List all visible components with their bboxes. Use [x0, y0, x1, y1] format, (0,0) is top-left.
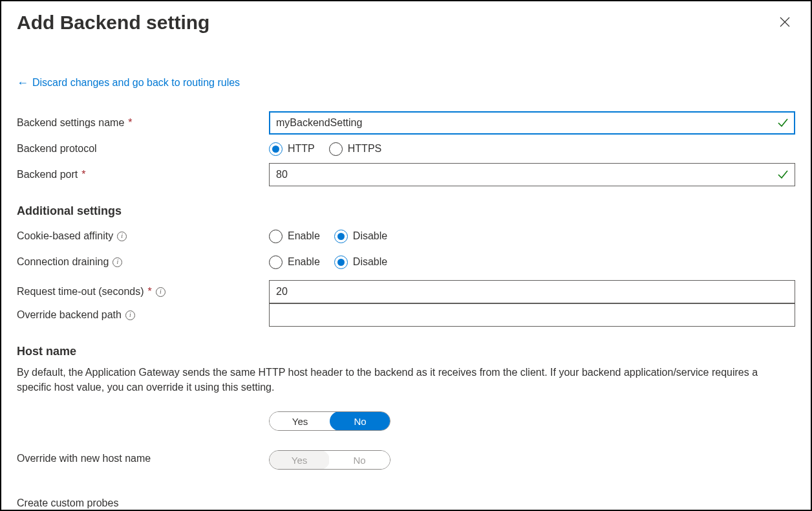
cookie-affinity-disable-radio[interactable]: Disable — [334, 230, 387, 243]
close-icon — [780, 17, 790, 27]
add-backend-setting-panel: Add Backend setting ← Discard changes an… — [0, 0, 812, 511]
cookie-affinity-label: Cookie-based affinity — [17, 230, 113, 242]
settings-name-label: Backend settings name — [17, 117, 124, 129]
override-new-hostname-toggle: Yes No — [269, 450, 390, 470]
info-icon[interactable]: i — [125, 310, 135, 320]
protocol-https-radio[interactable]: HTTPS — [329, 142, 381, 156]
hostname-override-yes[interactable]: Yes — [270, 412, 330, 430]
required-indicator: * — [148, 286, 152, 298]
protocol-https-label: HTTPS — [348, 143, 381, 155]
override-new-hostname-yes: Yes — [269, 450, 330, 470]
timeout-label: Request time-out (seconds) — [17, 286, 144, 298]
protocol-label: Backend protocol — [17, 143, 97, 155]
connection-draining-label: Connection draining — [17, 256, 109, 268]
hostname-description: By default, the Application Gateway send… — [17, 365, 780, 395]
required-indicator: * — [81, 169, 85, 180]
override-path-label: Override backend path — [17, 309, 122, 321]
close-button[interactable] — [775, 12, 795, 34]
port-label: Backend port — [17, 169, 78, 180]
connection-draining-enable-radio[interactable]: Enable — [269, 256, 320, 269]
hostname-heading: Host name — [17, 345, 795, 358]
settings-name-input[interactable] — [269, 111, 795, 135]
hostname-override-toggle: Yes No — [269, 411, 390, 431]
arrow-left-icon: ← — [17, 77, 28, 89]
cookie-affinity-enable-radio[interactable]: Enable — [269, 230, 320, 243]
info-icon[interactable]: i — [117, 232, 127, 241]
additional-settings-heading: Additional settings — [17, 204, 795, 218]
protocol-http-label: HTTP — [288, 143, 315, 155]
page-title: Add Backend setting — [17, 12, 209, 34]
port-input[interactable] — [269, 163, 795, 186]
protocol-radio-group: HTTP HTTPS — [269, 142, 381, 156]
info-icon[interactable]: i — [112, 257, 122, 267]
override-new-hostname-no: No — [329, 451, 390, 469]
custom-probes-label: Create custom probes — [17, 497, 118, 509]
back-link-label: Discard changes and go back to routing r… — [32, 77, 240, 89]
required-indicator: * — [128, 117, 132, 129]
info-icon[interactable]: i — [156, 287, 166, 297]
timeout-input[interactable] — [269, 280, 795, 303]
override-path-input[interactable] — [269, 303, 795, 327]
override-hostname-label: Override with new host name — [17, 453, 151, 464]
protocol-http-radio[interactable]: HTTP — [269, 142, 315, 156]
connection-draining-disable-radio[interactable]: Disable — [334, 256, 387, 269]
discard-back-link[interactable]: ← Discard changes and go back to routing… — [17, 77, 240, 89]
hostname-override-no[interactable]: No — [330, 411, 390, 431]
